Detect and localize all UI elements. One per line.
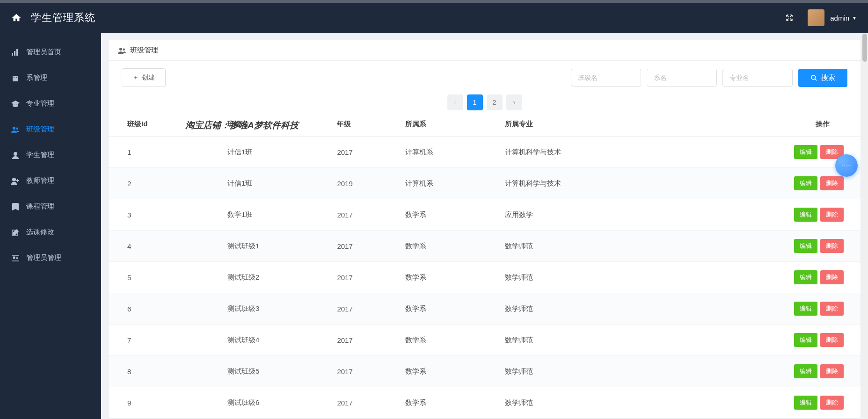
- col-ops: 操作: [671, 112, 861, 137]
- dept-name-input[interactable]: [647, 69, 717, 87]
- cell-major: 计算机科学与技术: [499, 137, 671, 168]
- delete-button[interactable]: 删除: [820, 396, 844, 410]
- cell-actions: 编辑删除: [671, 199, 861, 231]
- cell-actions: 编辑删除: [671, 262, 861, 293]
- edit-button[interactable]: 编辑: [794, 396, 817, 410]
- content-area: 淘宝店铺：多啦A梦软件科技 班级管理 ＋ 创建: [101, 33, 868, 419]
- delete-button[interactable]: 删除: [820, 270, 844, 284]
- sidebar-item-2[interactable]: 专业管理: [0, 91, 101, 116]
- edit-button[interactable]: 编辑: [794, 145, 817, 159]
- sidebar-item-3[interactable]: 班级管理: [0, 116, 101, 142]
- table-row: 1计信1班2017计算机系计算机科学与技术编辑删除: [109, 137, 861, 168]
- table-row: 2计信1班2019计算机系计算机科学与技术编辑删除: [109, 168, 861, 199]
- table-row: 3数学1班2017数学系应用数学编辑删除: [109, 199, 861, 231]
- app-title: 学生管理系统: [31, 11, 95, 25]
- delete-button[interactable]: 删除: [820, 302, 844, 316]
- page-prev-button[interactable]: ‹: [447, 94, 463, 110]
- svg-point-13: [119, 48, 122, 51]
- cell-id: 4: [109, 231, 222, 262]
- create-button[interactable]: ＋ 创建: [122, 68, 166, 87]
- sidebar-item-7[interactable]: 选课修改: [0, 219, 101, 245]
- page-next-button[interactable]: ›: [506, 94, 522, 110]
- sidebar-item-label: 选课修改: [26, 228, 54, 237]
- cell-year: 2017: [331, 387, 400, 419]
- edit-button[interactable]: 编辑: [794, 239, 817, 253]
- edit-button[interactable]: 编辑: [794, 333, 817, 347]
- delete-button[interactable]: 删除: [820, 176, 844, 190]
- cell-actions: 编辑删除: [671, 325, 861, 356]
- scrollbar-track[interactable]: [861, 33, 868, 419]
- col-name: 班级名: [222, 112, 331, 137]
- cell-dept: 数学系: [400, 325, 499, 356]
- cell-major: 数学师范: [499, 356, 671, 387]
- major-name-input[interactable]: [722, 69, 793, 87]
- delete-button[interactable]: 删除: [820, 208, 844, 222]
- class-name-input[interactable]: [571, 69, 641, 87]
- panel-title: 班级管理: [130, 46, 158, 55]
- search-button[interactable]: 搜索: [798, 69, 847, 87]
- cell-major: 应用数学: [499, 199, 671, 231]
- fullscreen-icon[interactable]: [785, 14, 794, 22]
- cell-actions: 编辑删除: [671, 231, 861, 262]
- cell-name: 测试班级6: [222, 387, 331, 419]
- sidebar-item-label: 管理员首页: [26, 48, 61, 57]
- user-menu-caret-icon[interactable]: ▼: [852, 15, 857, 21]
- edit-button[interactable]: 编辑: [794, 302, 817, 316]
- search-icon: [810, 74, 817, 81]
- svg-rect-3: [13, 76, 18, 81]
- sidebar-item-0[interactable]: 管理员首页: [0, 39, 101, 65]
- cell-name: 测试班级4: [222, 325, 331, 356]
- delete-button[interactable]: 删除: [820, 364, 844, 378]
- cell-major: 数学师范: [499, 293, 671, 325]
- cell-id: 8: [109, 356, 222, 387]
- sidebar-item-6[interactable]: 课程管理: [0, 194, 101, 219]
- cell-major: 计算机科学与技术: [499, 168, 671, 199]
- cell-dept: 数学系: [400, 293, 499, 325]
- sidebar-item-8[interactable]: 管理员管理: [0, 245, 101, 271]
- edit-button[interactable]: 编辑: [794, 176, 817, 190]
- search-button-label: 搜索: [821, 73, 835, 82]
- cell-dept: 数学系: [400, 199, 499, 231]
- graduation-icon: [11, 101, 20, 107]
- panel: 班级管理 ＋ 创建 搜索 ‹12›: [109, 40, 861, 419]
- col-major: 所属专业: [499, 112, 671, 137]
- cell-actions: 编辑删除: [671, 137, 861, 168]
- cell-year: 2017: [331, 325, 400, 356]
- username-label[interactable]: admin: [830, 14, 849, 22]
- home-icon[interactable]: [11, 13, 22, 23]
- cell-id: 2: [109, 168, 222, 199]
- table-row: 5测试班级22017数学系数学师范编辑删除: [109, 262, 861, 293]
- svg-rect-1: [14, 51, 15, 56]
- delete-button[interactable]: 删除: [820, 333, 844, 347]
- sidebar-item-4[interactable]: 学生管理: [0, 142, 101, 168]
- cell-major: 数学师范: [499, 231, 671, 262]
- scrollbar-thumb[interactable]: [862, 34, 867, 62]
- sidebar-item-1[interactable]: 系管理: [0, 65, 101, 91]
- cell-year: 2017: [331, 262, 400, 293]
- delete-button[interactable]: 删除: [820, 239, 844, 253]
- user-plus-icon: [11, 177, 20, 185]
- edit-button[interactable]: 编辑: [794, 270, 817, 284]
- svg-point-6: [13, 127, 15, 130]
- page-1-button[interactable]: 1: [467, 94, 483, 110]
- sidebar-item-5[interactable]: 教师管理: [0, 168, 101, 194]
- edit-button[interactable]: 编辑: [794, 208, 817, 222]
- cell-dept: 数学系: [400, 231, 499, 262]
- floating-badge[interactable]: --:--: [835, 154, 858, 177]
- page-2-button[interactable]: 2: [487, 94, 503, 110]
- cell-id: 7: [109, 325, 222, 356]
- avatar[interactable]: [808, 9, 824, 26]
- cell-dept: 数学系: [400, 262, 499, 293]
- cell-name: 测试班级2: [222, 262, 331, 293]
- bar-chart-icon: [11, 49, 20, 56]
- cell-actions: 编辑删除: [671, 168, 861, 199]
- edit-button[interactable]: 编辑: [794, 364, 817, 378]
- cell-dept: 数学系: [400, 387, 499, 419]
- cell-major: 数学师范: [499, 387, 671, 419]
- header-bar: 学生管理系统 admin ▼: [0, 3, 868, 33]
- svg-point-9: [12, 178, 16, 181]
- users-icon: [118, 47, 126, 54]
- sidebar-item-label: 系管理: [26, 73, 47, 82]
- chevron-left-icon: ‹: [454, 99, 456, 106]
- cell-major: 数学师范: [499, 325, 671, 356]
